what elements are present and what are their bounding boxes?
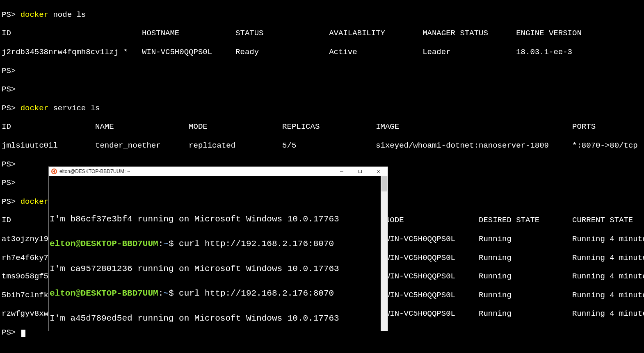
ubuntu-terminal-window[interactable]: elton@DESKTOP-BBD7UUM: ~ I'm b86cf37e3bf… xyxy=(48,166,388,331)
curl-response: I'm ca9572801236 running on Microsoft Wi… xyxy=(50,263,387,275)
bash-prompt-colon: : xyxy=(158,239,164,248)
terminal-line: PS> xyxy=(2,85,642,94)
output-row: j2rdb34538nrw4fqmh8cv1lzj * WIN-VC5H0QQP… xyxy=(2,48,642,57)
output-header: ID HOSTNAME STATUS AVAILABILITY MANAGER … xyxy=(2,29,642,38)
bash-prompt-path: ~ xyxy=(163,289,169,298)
close-button[interactable] xyxy=(369,167,388,176)
window-title: elton@DESKTOP-BBD7UUM: ~ xyxy=(59,169,332,174)
ps-prompt: PS> xyxy=(2,197,16,206)
minimize-button[interactable] xyxy=(332,167,351,176)
ubuntu-terminal[interactable]: I'm b86cf37e3bf4 running on Microsoft Wi… xyxy=(49,176,388,331)
cmd-args: service ls xyxy=(48,104,100,113)
curl-command: curl http://192.168.2.176:8070 xyxy=(174,289,334,298)
curl-response: I'm b86cf37e3bf4 running on Microsoft Wi… xyxy=(50,213,387,225)
ps-prompt: PS> xyxy=(2,328,16,337)
cmd-token: docker xyxy=(21,104,48,113)
bash-prompt-colon: : xyxy=(158,289,164,298)
svg-point-1 xyxy=(55,171,56,172)
terminal-line: PS> docker service ls xyxy=(2,104,642,113)
bash-prompt-path: ~ xyxy=(163,239,169,248)
scrollbar[interactable] xyxy=(381,176,388,331)
svg-point-3 xyxy=(53,172,54,173)
ps-prompt: PS> xyxy=(2,178,16,187)
cmd-args: node ls xyxy=(48,10,86,19)
ps-prompt: PS> xyxy=(2,10,16,19)
curl-command: curl http://192.168.2.176:8070 xyxy=(174,239,334,248)
maximize-button[interactable] xyxy=(351,167,369,176)
svg-point-2 xyxy=(53,170,54,171)
scrollbar-thumb[interactable] xyxy=(381,176,387,191)
ps-prompt: PS> xyxy=(2,104,16,113)
bash-prompt-userhost: elton@DESKTOP-BBD7UUM xyxy=(50,239,158,248)
terminal-line: elton@DESKTOP-BBD7UUM:~$ curl http://192… xyxy=(50,238,387,250)
svg-rect-5 xyxy=(359,170,361,173)
window-titlebar[interactable]: elton@DESKTOP-BBD7UUM: ~ xyxy=(49,167,388,176)
bash-prompt-dollar: $ xyxy=(169,289,174,298)
ubuntu-icon xyxy=(51,169,57,174)
terminal-line: elton@DESKTOP-BBD7UUM:~$ curl http://192… xyxy=(50,287,387,300)
window-controls xyxy=(332,167,388,176)
cursor xyxy=(21,330,25,337)
curl-response: I'm a45d789ed5ed running on Microsoft Wi… xyxy=(50,312,387,325)
terminal-line: PS> docker node ls xyxy=(2,10,642,20)
bash-prompt-userhost: elton@DESKTOP-BBD7UUM xyxy=(50,289,158,298)
output-header: ID NAME MODE REPLICAS IMAGE PORTS xyxy=(2,122,642,132)
cmd-token: docker xyxy=(21,10,48,19)
terminal-line: PS> xyxy=(2,66,642,76)
ps-prompt: PS> xyxy=(2,66,16,75)
cmd-token: docker xyxy=(21,197,48,206)
ps-prompt: PS> xyxy=(2,160,16,169)
ps-prompt: PS> xyxy=(2,85,16,94)
output-row: jmlsiuutc0il tender_noether replicated 5… xyxy=(2,141,642,150)
bash-prompt-dollar: $ xyxy=(169,239,174,248)
